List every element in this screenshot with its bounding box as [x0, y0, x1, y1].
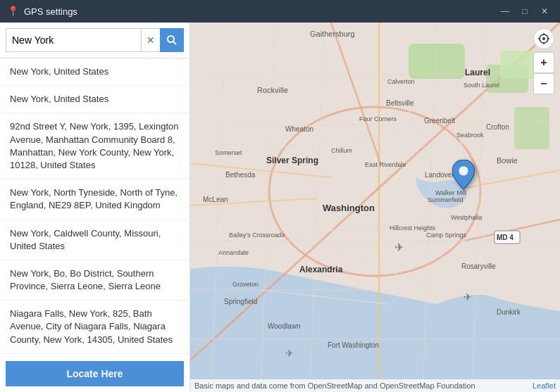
- app-icon: 📍: [7, 6, 18, 17]
- svg-point-72: [459, 166, 468, 175]
- result-item[interactable]: New York, United States: [0, 58, 189, 86]
- locate-here-button[interactable]: Locate Here: [6, 361, 184, 386]
- results-list: New York, United StatesNew York, United …: [0, 58, 189, 355]
- result-item[interactable]: 92nd Street Y, New York, 1395, Lexington…: [0, 113, 189, 179]
- svg-text:Bailey's Crossroads: Bailey's Crossroads: [229, 232, 285, 239]
- svg-text:East Riverdale: East Riverdale: [365, 161, 406, 168]
- search-bar: ✕: [0, 23, 189, 58]
- svg-text:Seabrook: Seabrook: [456, 132, 484, 139]
- svg-text:South Laurel: South Laurel: [463, 82, 499, 89]
- map-attribution: Basic maps and data come from OpenStreet…: [190, 379, 560, 392]
- svg-text:Summerfield: Summerfield: [428, 196, 463, 203]
- svg-text:Washington: Washington: [323, 203, 375, 213]
- attribution-text: Basic maps and data come from OpenStreet…: [194, 381, 475, 390]
- svg-text:Four Corners: Four Corners: [359, 115, 397, 122]
- svg-text:Bowie: Bowie: [497, 156, 518, 165]
- result-item[interactable]: Niagara Falls, New York, 825, Bath Avenu…: [0, 301, 189, 354]
- svg-text:Bethesda: Bethesda: [225, 171, 256, 179]
- svg-text:Rockville: Rockville: [257, 86, 288, 94]
- result-item[interactable]: New York, Caldwell County, Missouri, Uni…: [0, 220, 189, 260]
- leaflet-label[interactable]: Leaflet: [533, 381, 556, 390]
- maximize-button[interactable]: □: [516, 4, 533, 18]
- svg-text:Gaithersburg: Gaithersburg: [310, 30, 355, 38]
- svg-line-1: [173, 42, 176, 44]
- svg-text:✈: ✈: [394, 241, 404, 253]
- svg-text:Woodlawn: Woodlawn: [268, 322, 301, 330]
- svg-text:Crofton: Crofton: [486, 123, 509, 131]
- title-bar: 📍 GPS settings — □ ✕: [0, 0, 560, 23]
- map-background: Gaithersburg Rockville Wheaton Silver Sp…: [190, 23, 560, 392]
- svg-text:✈: ✈: [463, 291, 472, 303]
- svg-point-74: [542, 37, 545, 40]
- svg-text:Fort Washington: Fort Washington: [328, 341, 379, 349]
- svg-text:MD 4: MD 4: [497, 234, 514, 241]
- svg-text:Calverton: Calverton: [387, 78, 415, 85]
- svg-text:Annandale: Annandale: [218, 249, 249, 256]
- svg-text:Chillum: Chillum: [331, 147, 352, 154]
- main-layout: ✕ New York, United StatesNew York, Unite…: [0, 23, 560, 392]
- result-item[interactable]: New York, Hartwith cum Winsley, Summerbr…: [0, 354, 189, 355]
- search-icon: [166, 34, 178, 46]
- locate-me-button[interactable]: [533, 28, 554, 49]
- svg-text:Wheaton: Wheaton: [285, 125, 313, 133]
- svg-text:Springfield: Springfield: [224, 298, 257, 305]
- zoom-out-button[interactable]: −: [533, 73, 554, 94]
- svg-rect-18: [514, 107, 549, 149]
- svg-text:Somerset: Somerset: [215, 149, 242, 156]
- map-area[interactable]: Gaithersburg Rockville Wheaton Silver Sp…: [190, 23, 560, 392]
- close-button[interactable]: ✕: [536, 4, 553, 18]
- svg-text:Silver Spring: Silver Spring: [266, 156, 318, 165]
- app-title: GPS settings: [24, 6, 497, 17]
- svg-point-0: [168, 36, 174, 42]
- svg-text:Greenbelt: Greenbelt: [424, 117, 455, 125]
- window-controls: — □ ✕: [497, 4, 553, 18]
- svg-text:Laurel: Laurel: [465, 68, 490, 77]
- svg-text:Alexandria: Alexandria: [299, 265, 343, 274]
- svg-text:Westphalia: Westphalia: [451, 214, 482, 221]
- svg-text:Landover: Landover: [425, 171, 454, 179]
- map-controls: + −: [533, 28, 554, 94]
- svg-text:Groveton: Groveton: [232, 281, 259, 288]
- svg-text:Camp Springs: Camp Springs: [426, 232, 467, 239]
- minimize-button[interactable]: —: [497, 4, 514, 18]
- svg-text:Beltsville: Beltsville: [386, 99, 414, 107]
- result-item[interactable]: New York, United States: [0, 86, 189, 113]
- locate-icon: [538, 33, 549, 44]
- left-panel: ✕ New York, United StatesNew York, Unite…: [0, 23, 190, 392]
- result-item[interactable]: New York, Bo, Bo District, Southern Prov…: [0, 260, 189, 301]
- svg-text:Dunkirk: Dunkirk: [497, 308, 521, 316]
- map-pin: [452, 160, 475, 192]
- svg-text:Rosaryville: Rosaryville: [461, 263, 496, 270]
- search-button[interactable]: [160, 28, 184, 52]
- result-item[interactable]: New York, North Tyneside, North of Tyne,…: [0, 179, 189, 220]
- svg-text:McLean: McLean: [203, 196, 228, 203]
- svg-text:✈: ✈: [285, 348, 294, 359]
- search-input[interactable]: [6, 28, 141, 52]
- svg-text:Hillcrest Heights: Hillcrest Heights: [390, 225, 436, 232]
- zoom-in-button[interactable]: +: [533, 52, 554, 73]
- search-clear-button[interactable]: ✕: [141, 28, 160, 52]
